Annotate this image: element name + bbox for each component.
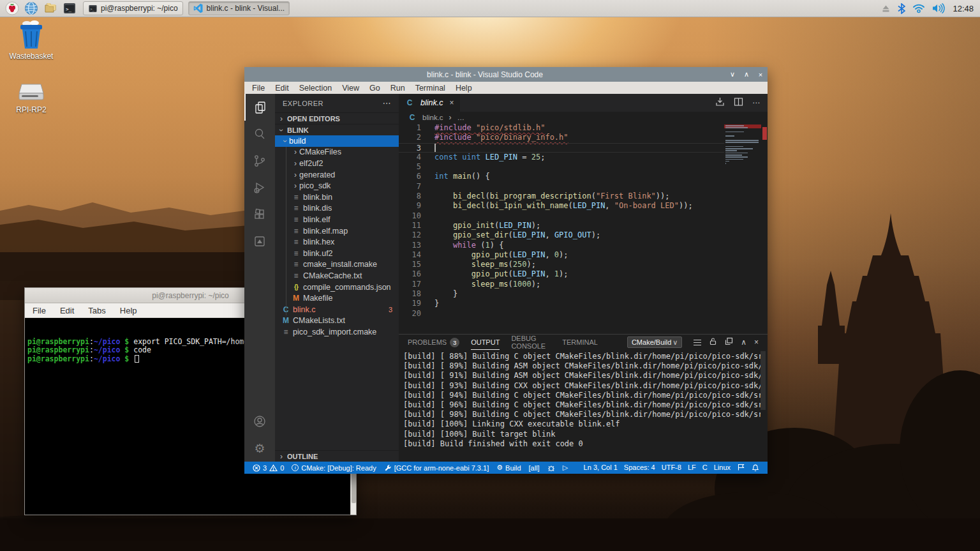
desktop-icon-wastebasket[interactable]: Wastebasket xyxy=(4,20,59,61)
eject-icon[interactable] xyxy=(881,4,891,13)
cmake-kit[interactable]: [GCC for arm-none-eabi 7.3.1] xyxy=(381,462,493,474)
tree-item-blink-bin[interactable]: ≡blink.bin xyxy=(275,192,399,203)
tree-item-makefile[interactable]: MMakefile xyxy=(275,292,399,304)
source-control-icon[interactable] xyxy=(244,147,275,174)
indentation[interactable]: Spaces: 4 xyxy=(621,464,658,471)
tree-item-cmakefiles[interactable]: ›CMakeFiles xyxy=(275,147,399,158)
code-token: int xyxy=(434,172,449,181)
file-manager-icon[interactable] xyxy=(42,1,59,16)
settings-gear-icon[interactable]: ⚙ xyxy=(244,435,275,462)
tree-item-blink-uf2[interactable]: ≡blink.uf2 xyxy=(275,248,399,259)
tree-item-compile-commands-json[interactable]: {}compile_commands.json xyxy=(275,282,399,293)
run-build-icon[interactable] xyxy=(715,97,725,109)
project-section-blink[interactable]: › BLINK xyxy=(275,124,399,135)
open-editors-section[interactable]: › OPEN EDITORS xyxy=(275,112,399,124)
explorer-more-actions-icon[interactable]: ⋯ xyxy=(383,98,392,108)
editor-scrollbar[interactable] xyxy=(761,123,768,334)
language-mode[interactable]: C xyxy=(699,464,711,471)
lock-icon[interactable] xyxy=(709,337,717,347)
menu-item-view[interactable]: View xyxy=(338,84,364,93)
maximize-button[interactable]: ∧ xyxy=(739,70,754,79)
tree-item-generated[interactable]: ›generated xyxy=(275,169,399,181)
close-panel-icon[interactable]: × xyxy=(754,338,759,347)
clear-output-icon[interactable] xyxy=(694,340,701,345)
wifi-icon[interactable] xyxy=(912,3,925,13)
code-editor[interactable]: 1#include "pico/stdlib.h"2#include "pico… xyxy=(399,123,768,334)
taskbar-window-vscode[interactable]: blink.c - blink - Visual... xyxy=(188,1,290,15)
output-channel-dropdown[interactable]: CMake/Build ∨ xyxy=(627,336,682,348)
tree-item-blink-elf-map[interactable]: ≡blink.elf.map xyxy=(275,225,399,237)
raspberry-menu-icon[interactable] xyxy=(4,1,20,16)
output-scrollbar[interactable] xyxy=(761,351,766,410)
notifications-bell-icon[interactable] xyxy=(748,464,762,472)
desktop-icon-rpi-rp2[interactable]: RPI-RP2 xyxy=(4,82,59,114)
build-button[interactable]: ⚙ Build xyxy=(493,462,524,474)
terminal-menu-file[interactable]: File xyxy=(33,306,46,315)
cursor-position[interactable]: Ln 3, Col 1 xyxy=(581,464,621,471)
tree-item-blink-c[interactable]: Cblink.c3 xyxy=(275,304,399,315)
tab-terminal[interactable]: TERMINAL xyxy=(562,335,598,350)
cmake-icon[interactable] xyxy=(244,228,275,255)
outline-section[interactable]: › OUTLINE xyxy=(275,450,399,462)
more-actions-icon[interactable]: ⋯ xyxy=(752,98,760,107)
menu-item-run[interactable]: Run xyxy=(386,84,410,93)
eol[interactable]: LF xyxy=(685,464,699,471)
tree-item-cmake-install-cmake[interactable]: ≡cmake_install.cmake xyxy=(275,259,399,271)
bluetooth-icon[interactable] xyxy=(898,3,905,14)
tree-item-pico-sdk[interactable]: ›pico_sdk xyxy=(275,180,399,192)
tree-item-blink-hex[interactable]: ≡blink.hex xyxy=(275,236,399,248)
tree-item-elf2uf2[interactable]: ›elf2uf2 xyxy=(275,158,399,169)
code-token: gpio_put xyxy=(471,250,509,259)
taskbar-window-terminal[interactable]: >_ pi@raspberrypi: ~/pico xyxy=(83,1,183,15)
menu-item-help[interactable]: Help xyxy=(451,84,477,93)
code-token: bi_decl xyxy=(453,201,486,210)
terminal-menu-tabs[interactable]: Tabs xyxy=(88,306,105,315)
tab-problems[interactable]: PROBLEMS 3 xyxy=(408,335,459,350)
terminal-launcher-icon[interactable]: >_ xyxy=(61,1,78,16)
tree-item-cmakelists-txt[interactable]: MCMakeLists.txt xyxy=(275,315,399,327)
terminal-menu-edit[interactable]: Edit xyxy=(60,306,74,315)
clock[interactable]: 12:48 xyxy=(953,4,974,13)
code-text: const uint LED_PIN = 25; xyxy=(421,153,545,162)
menu-item-terminal[interactable]: Terminal xyxy=(411,84,450,93)
terminal-menu-help[interactable]: Help xyxy=(120,306,137,315)
encoding[interactable]: UTF-8 xyxy=(658,464,685,471)
vscode-titlebar[interactable]: blink.c - blink - Visual Studio Code ∨ ∧… xyxy=(244,67,768,82)
open-in-editor-icon[interactable] xyxy=(725,337,733,347)
menu-item-edit[interactable]: Edit xyxy=(271,84,293,93)
tree-item-blink-elf[interactable]: ≡blink.elf xyxy=(275,214,399,225)
output-log[interactable]: [build] [ 88%] Building C object CMakeFi… xyxy=(399,350,768,462)
cmake-status[interactable]: i CMake: [Debug]: Ready xyxy=(288,462,379,474)
split-editor-icon[interactable] xyxy=(734,97,743,109)
menu-item-selection[interactable]: Selection xyxy=(295,84,336,93)
minimize-button[interactable]: ∨ xyxy=(725,70,739,79)
breadcrumb[interactable]: C blink.c › … xyxy=(399,112,768,123)
browser-globe-icon[interactable] xyxy=(23,1,40,16)
tab-output[interactable]: OUTPUT xyxy=(471,335,500,350)
menu-item-file[interactable]: File xyxy=(248,84,269,93)
extensions-icon[interactable] xyxy=(244,201,275,228)
problems-status[interactable]: 3 0 xyxy=(249,462,287,474)
explorer-icon[interactable] xyxy=(244,94,275,121)
debug-icon[interactable] xyxy=(544,462,558,474)
code-line-15: 15 sleep_ms(250); xyxy=(399,260,724,269)
close-button[interactable]: × xyxy=(754,71,768,79)
tree-item-cmakecache-txt[interactable]: ≡CMakeCache.txt xyxy=(275,270,399,282)
volume-icon[interactable] xyxy=(932,3,946,13)
remote-os[interactable]: Linux xyxy=(711,464,734,471)
maximize-panel-icon[interactable]: ∧ xyxy=(741,338,746,347)
tree-item-build[interactable]: ›build xyxy=(275,135,399,147)
feedback-icon[interactable] xyxy=(734,464,748,471)
build-target[interactable]: [all] xyxy=(526,462,543,474)
tab-blink-c[interactable]: C blink.c × xyxy=(399,94,460,112)
search-icon[interactable] xyxy=(244,121,275,147)
launch-icon[interactable]: ▷ xyxy=(560,462,571,474)
tab-debug-console[interactable]: DEBUG CONSOLE xyxy=(511,335,551,350)
run-debug-icon[interactable] xyxy=(244,174,275,201)
menu-item-go[interactable]: Go xyxy=(365,84,385,93)
minimap[interactable] xyxy=(724,125,761,167)
tab-close-icon[interactable]: × xyxy=(449,98,454,107)
tree-item-blink-dis[interactable]: ≡blink.dis xyxy=(275,203,399,215)
account-icon[interactable] xyxy=(244,408,275,435)
tree-item-pico-sdk-import-cmake[interactable]: ≡pico_sdk_import.cmake xyxy=(275,326,399,338)
